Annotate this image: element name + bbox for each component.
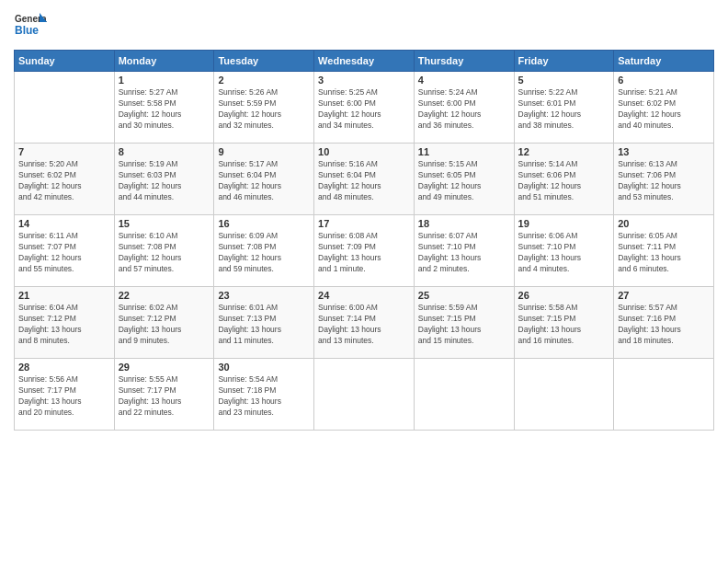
day-number: 7 (18, 146, 110, 157)
day-info: Sunrise: 5:54 AM Sunset: 7:18 PM Dayligh… (218, 374, 310, 419)
calendar-day-cell: 6Sunrise: 5:21 AM Sunset: 6:02 PM Daylig… (614, 72, 714, 144)
day-number: 16 (218, 218, 310, 229)
day-info: Sunrise: 5:20 AM Sunset: 6:02 PM Dayligh… (18, 159, 110, 203)
calendar-day-cell: 4Sunrise: 5:24 AM Sunset: 6:00 PM Daylig… (414, 72, 514, 144)
day-number: 25 (418, 290, 510, 301)
svg-text:Blue: Blue (15, 24, 39, 37)
day-info: Sunrise: 5:57 AM Sunset: 7:16 PM Dayligh… (618, 303, 710, 347)
day-number: 6 (618, 75, 710, 86)
logo-svg: General Blue (14, 9, 47, 42)
calendar-day-cell: 23Sunrise: 6:01 AM Sunset: 7:13 PM Dayli… (214, 287, 314, 359)
day-info: Sunrise: 5:16 AM Sunset: 6:04 PM Dayligh… (318, 159, 410, 203)
day-number: 2 (218, 75, 310, 86)
day-number: 1 (119, 75, 210, 86)
calendar-day-cell: 20Sunrise: 6:05 AM Sunset: 7:11 PM Dayli… (614, 215, 714, 287)
day-info: Sunrise: 5:26 AM Sunset: 5:59 PM Dayligh… (218, 87, 310, 132)
day-number: 17 (318, 218, 410, 229)
day-number: 4 (418, 75, 510, 86)
day-number: 18 (418, 218, 510, 229)
day-info: Sunrise: 6:09 AM Sunset: 7:08 PM Dayligh… (218, 231, 310, 275)
calendar-day-cell: 17Sunrise: 6:08 AM Sunset: 7:09 PM Dayli… (314, 215, 415, 287)
calendar-day-cell: 16Sunrise: 6:09 AM Sunset: 7:08 PM Dayli… (214, 215, 314, 287)
day-info: Sunrise: 5:21 AM Sunset: 6:02 PM Dayligh… (618, 87, 710, 132)
day-info: Sunrise: 6:00 AM Sunset: 7:14 PM Dayligh… (318, 303, 410, 347)
day-number: 14 (18, 218, 110, 229)
calendar-week-row: 21Sunrise: 6:04 AM Sunset: 7:12 PM Dayli… (15, 287, 714, 359)
day-number: 24 (318, 290, 410, 301)
day-number: 21 (18, 290, 110, 301)
day-number: 28 (18, 362, 110, 373)
calendar-day-cell (614, 359, 714, 431)
day-info: Sunrise: 5:25 AM Sunset: 6:00 PM Dayligh… (318, 87, 410, 132)
day-number: 23 (218, 290, 310, 301)
calendar-day-cell: 27Sunrise: 5:57 AM Sunset: 7:16 PM Dayli… (614, 287, 714, 359)
calendar-day-cell: 26Sunrise: 5:58 AM Sunset: 7:15 PM Dayli… (514, 287, 614, 359)
calendar-day-cell: 19Sunrise: 6:06 AM Sunset: 7:10 PM Dayli… (514, 215, 614, 287)
day-info: Sunrise: 5:24 AM Sunset: 6:00 PM Dayligh… (418, 87, 510, 132)
calendar-header-row: SundayMondayTuesdayWednesdayThursdayFrid… (15, 51, 714, 72)
day-number: 27 (618, 290, 710, 301)
calendar-day-cell: 7Sunrise: 5:20 AM Sunset: 6:02 PM Daylig… (15, 144, 115, 215)
logo: General Blue (14, 9, 47, 42)
day-number: 19 (518, 218, 610, 229)
day-number: 3 (318, 75, 410, 86)
calendar-day-cell: 25Sunrise: 5:59 AM Sunset: 7:15 PM Dayli… (414, 287, 514, 359)
calendar-week-row: 1Sunrise: 5:27 AM Sunset: 5:58 PM Daylig… (15, 72, 714, 144)
calendar-day-cell: 30Sunrise: 5:54 AM Sunset: 7:18 PM Dayli… (214, 359, 314, 431)
calendar-day-cell (514, 359, 614, 431)
calendar-day-cell: 8Sunrise: 5:19 AM Sunset: 6:03 PM Daylig… (114, 144, 214, 215)
day-info: Sunrise: 6:07 AM Sunset: 7:10 PM Dayligh… (418, 231, 510, 275)
day-info: Sunrise: 6:08 AM Sunset: 7:09 PM Dayligh… (318, 231, 410, 275)
calendar-day-cell: 10Sunrise: 5:16 AM Sunset: 6:04 PM Dayli… (314, 144, 415, 215)
day-info: Sunrise: 5:59 AM Sunset: 7:15 PM Dayligh… (418, 303, 510, 347)
day-number: 10 (318, 146, 410, 157)
calendar-body: 1Sunrise: 5:27 AM Sunset: 5:58 PM Daylig… (15, 72, 714, 431)
calendar-day-cell: 1Sunrise: 5:27 AM Sunset: 5:58 PM Daylig… (114, 72, 214, 144)
calendar-col-header: Monday (114, 51, 214, 72)
day-info: Sunrise: 5:17 AM Sunset: 6:04 PM Dayligh… (218, 159, 310, 203)
calendar-day-cell: 11Sunrise: 5:15 AM Sunset: 6:05 PM Dayli… (414, 144, 514, 215)
day-number: 9 (218, 146, 310, 157)
day-info: Sunrise: 5:27 AM Sunset: 5:58 PM Dayligh… (119, 87, 210, 132)
day-info: Sunrise: 6:01 AM Sunset: 7:13 PM Dayligh… (218, 303, 310, 347)
day-number: 5 (518, 75, 610, 86)
day-number: 20 (618, 218, 710, 229)
calendar-day-cell: 15Sunrise: 6:10 AM Sunset: 7:08 PM Dayli… (114, 215, 214, 287)
day-info: Sunrise: 5:22 AM Sunset: 6:01 PM Dayligh… (518, 87, 610, 132)
calendar-day-cell: 22Sunrise: 6:02 AM Sunset: 7:12 PM Dayli… (114, 287, 214, 359)
calendar-day-cell: 28Sunrise: 5:56 AM Sunset: 7:17 PM Dayli… (15, 359, 115, 431)
day-info: Sunrise: 5:19 AM Sunset: 6:03 PM Dayligh… (119, 159, 210, 203)
calendar-day-cell: 12Sunrise: 5:14 AM Sunset: 6:06 PM Dayli… (514, 144, 614, 215)
calendar-day-cell: 3Sunrise: 5:25 AM Sunset: 6:00 PM Daylig… (314, 72, 415, 144)
calendar-day-cell (15, 72, 115, 144)
day-number: 8 (119, 146, 210, 157)
day-number: 13 (618, 146, 710, 157)
calendar-week-row: 28Sunrise: 5:56 AM Sunset: 7:17 PM Dayli… (15, 359, 714, 431)
calendar-day-cell: 13Sunrise: 6:13 AM Sunset: 7:06 PM Dayli… (614, 144, 714, 215)
calendar-day-cell: 5Sunrise: 5:22 AM Sunset: 6:01 PM Daylig… (514, 72, 614, 144)
day-number: 29 (119, 362, 210, 373)
calendar-week-row: 14Sunrise: 6:11 AM Sunset: 7:07 PM Dayli… (15, 215, 714, 287)
calendar-day-cell: 2Sunrise: 5:26 AM Sunset: 5:59 PM Daylig… (214, 72, 314, 144)
day-number: 26 (518, 290, 610, 301)
day-number: 22 (119, 290, 210, 301)
calendar-day-cell (414, 359, 514, 431)
calendar-day-cell: 24Sunrise: 6:00 AM Sunset: 7:14 PM Dayli… (314, 287, 415, 359)
calendar-day-cell: 18Sunrise: 6:07 AM Sunset: 7:10 PM Dayli… (414, 215, 514, 287)
day-info: Sunrise: 6:04 AM Sunset: 7:12 PM Dayligh… (18, 303, 110, 347)
calendar-table: SundayMondayTuesdayWednesdayThursdayFrid… (14, 50, 714, 431)
calendar-col-header: Saturday (614, 51, 714, 72)
calendar-col-header: Friday (514, 51, 614, 72)
day-info: Sunrise: 6:10 AM Sunset: 7:08 PM Dayligh… (119, 231, 210, 275)
day-info: Sunrise: 6:11 AM Sunset: 7:07 PM Dayligh… (18, 231, 110, 275)
day-info: Sunrise: 5:15 AM Sunset: 6:05 PM Dayligh… (418, 159, 510, 203)
calendar-day-cell: 14Sunrise: 6:11 AM Sunset: 7:07 PM Dayli… (15, 215, 115, 287)
day-info: Sunrise: 6:13 AM Sunset: 7:06 PM Dayligh… (618, 159, 710, 203)
calendar-week-row: 7Sunrise: 5:20 AM Sunset: 6:02 PM Daylig… (15, 144, 714, 215)
day-info: Sunrise: 5:58 AM Sunset: 7:15 PM Dayligh… (518, 303, 610, 347)
day-info: Sunrise: 6:02 AM Sunset: 7:12 PM Dayligh… (119, 303, 210, 347)
day-info: Sunrise: 5:55 AM Sunset: 7:17 PM Dayligh… (119, 374, 210, 419)
calendar-col-header: Sunday (15, 51, 115, 72)
calendar-col-header: Thursday (414, 51, 514, 72)
calendar-day-cell: 9Sunrise: 5:17 AM Sunset: 6:04 PM Daylig… (214, 144, 314, 215)
